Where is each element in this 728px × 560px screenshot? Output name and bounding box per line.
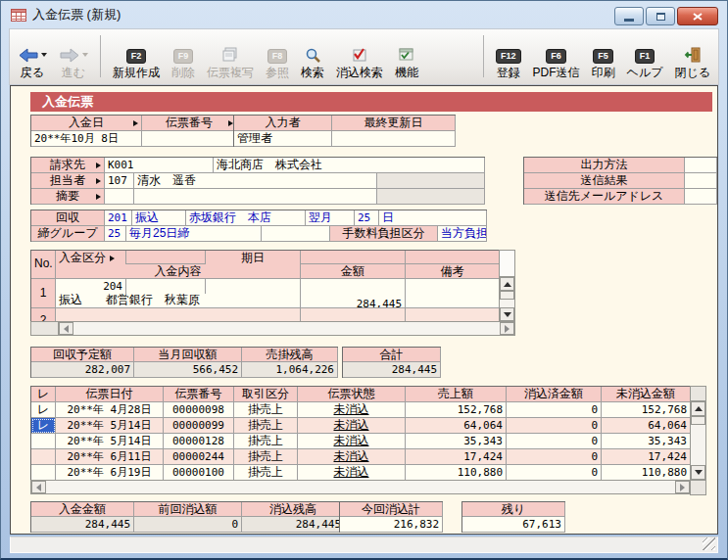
billing-code-field[interactable]: K001 — [105, 158, 214, 173]
arrow-up-icon — [695, 406, 703, 411]
closing-group-name-field[interactable]: 毎月25日締 — [126, 226, 262, 242]
close-door-icon — [684, 47, 702, 63]
apply-totals-table: 入金金額 前回消込額 消込残高 284,445 0 284,445 — [30, 501, 345, 533]
detail-vscrollbar[interactable] — [499, 250, 515, 322]
detail-row-amount[interactable]: 284,445 — [301, 279, 406, 308]
reference-button: F8 参照 — [260, 32, 295, 81]
check-cell[interactable]: レ — [31, 402, 56, 418]
applied-amount-header: 消込済金額 — [507, 387, 602, 402]
check-column-header: レ — [31, 387, 56, 402]
current-apply-table: 今回消込計 216,832 — [339, 501, 443, 533]
unapplied-amount-header: 未消込金額 — [602, 387, 691, 402]
unapplied-scroll-right-button[interactable] — [675, 481, 690, 493]
planned-amount-label: 回収予定額 — [31, 348, 134, 362]
detail-header-blank2 — [301, 251, 406, 264]
detail-row-note[interactable] — [406, 279, 500, 308]
detail-no-header: No. — [31, 251, 56, 279]
detail-row-content[interactable]: 振込 都営銀行 秋葉原 — [56, 294, 300, 307]
arrow-right-icon — [505, 325, 510, 333]
collection-bank-field[interactable]: 赤坂銀行 本店 — [186, 210, 306, 226]
detail-scroll-up-button[interactable] — [500, 277, 514, 291]
unapplied-scroll-up-button[interactable] — [691, 401, 705, 416]
slip-status-header: 伝票状態 — [298, 387, 406, 402]
check-cell[interactable] — [31, 449, 56, 465]
detail-header-blank3 — [406, 251, 500, 264]
check-cell[interactable] — [31, 434, 56, 449]
unapplied-row-5[interactable]: 20**年 6月19日 00000100 掛売上 未消込 110,880 0 1… — [31, 465, 691, 481]
detail-scroll-down-button[interactable] — [500, 307, 514, 321]
window-close-button[interactable]: 閉じる — [668, 32, 716, 81]
detail-category-header: 入金区分 — [56, 251, 126, 264]
detail-row-due[interactable] — [206, 279, 300, 294]
copy-slip-icon — [221, 47, 239, 63]
check-cell-selected[interactable]: レ — [31, 418, 56, 434]
slip-no-header: 伝票番号 — [164, 387, 234, 402]
entry-person-header: 入力者 — [234, 116, 332, 131]
deposit-date-field[interactable]: 20**年10月 8日 — [31, 131, 142, 147]
print-button[interactable]: F5 印刷 — [586, 32, 621, 81]
fee-burden-field[interactable]: 当方負担 — [438, 226, 487, 242]
detail-hscrollbar[interactable] — [30, 321, 515, 336]
remaining-label: 残り — [462, 502, 565, 517]
apply-balance-label: 消込残高 — [242, 502, 345, 517]
collection-code-field[interactable]: 201 — [105, 210, 132, 226]
unapplied-vscrollbar[interactable] — [690, 386, 706, 481]
close-icon — [693, 13, 703, 21]
detail-note-header: 備考 — [406, 264, 500, 279]
toolbar: 戻る 進む F2 新規作成 F9 削除 伝票複写 F8 参照 — [9, 28, 719, 85]
detail-row-1[interactable]: 1 204 振込 都営銀行 秋葉原 284,445 — [31, 279, 500, 308]
clear-search-button[interactable]: 消込検索 — [330, 32, 389, 81]
detail-vscroll-thumb[interactable] — [500, 291, 514, 300]
detail-scroll-left-button[interactable] — [59, 322, 73, 335]
billing-label: 請求先 — [31, 158, 105, 173]
detail-row-code[interactable]: 204 — [56, 279, 126, 294]
deposit-amount-label: 入金金額 — [31, 502, 134, 517]
maximize-button[interactable] — [646, 7, 675, 25]
closing-group-code-field[interactable]: 25 — [105, 226, 126, 242]
memo-field[interactable] — [134, 189, 377, 205]
unapplied-row-1[interactable]: レ 20**年 4月28日 00000098 掛売上 未消込 152,768 0… — [31, 402, 691, 418]
last-updated-header: 最終更新日 — [332, 116, 456, 131]
memo-code-field[interactable] — [105, 189, 134, 205]
maximize-icon — [656, 13, 665, 21]
detail-scroll-right-button[interactable] — [500, 322, 514, 335]
slip-number-field[interactable] — [142, 131, 237, 147]
help-button[interactable]: F1 ヘルプ — [621, 32, 669, 81]
arrow-down-icon — [504, 312, 511, 317]
pdf-send-button[interactable]: F6 PDF送信 — [527, 32, 586, 81]
expand-arrow-icon — [96, 163, 101, 168]
unapplied-vscroll-thumb[interactable] — [691, 416, 705, 425]
entry-person-value: 管理者 — [234, 131, 332, 147]
back-button[interactable]: 戻る — [12, 32, 53, 81]
new-button[interactable]: F2 新規作成 — [107, 32, 166, 81]
close-button[interactable] — [677, 7, 718, 25]
arrow-down-icon — [695, 470, 703, 475]
functions-button[interactable]: 機能 — [389, 32, 424, 81]
toolbar-separator-right — [483, 35, 484, 77]
unapplied-row-4[interactable]: 20**年 6月11日 00000244 掛売上 未消込 17,424 0 17… — [31, 449, 691, 465]
current-apply-value: 216,832 — [340, 517, 443, 533]
slip-number-header: 伝票番号 — [142, 116, 237, 131]
resize-grip-icon[interactable] — [703, 537, 715, 550]
arrow-left-icon — [36, 484, 41, 491]
collection-totals-table: 回収予定額 当月回収額 売掛残高 282,007 566,452 1,064,2… — [30, 347, 338, 378]
collection-day-field[interactable]: 25 — [355, 210, 379, 226]
staff-code-field[interactable]: 107 — [105, 173, 134, 189]
closing-group-label: 締グループ — [31, 226, 105, 242]
check-cell[interactable] — [31, 465, 56, 481]
register-button[interactable]: F12 登録 — [490, 32, 527, 81]
search-button[interactable]: 検索 — [295, 32, 330, 81]
back-arrow-icon — [18, 48, 39, 63]
minimize-button[interactable] — [614, 7, 644, 25]
unapplied-row-3[interactable]: 20**年 5月14日 00000128 掛売上 未消込 35,343 0 35… — [31, 434, 691, 449]
planned-amount-value: 282,007 — [31, 362, 134, 378]
unapplied-row-2[interactable]: レ 20**年 5月14日 00000099 掛売上 未消込 64,064 0 … — [31, 418, 691, 434]
unapplied-hscrollbar[interactable] — [30, 480, 691, 494]
collection-month-field[interactable]: 翌月 — [306, 210, 355, 226]
unapplied-scroll-down-button[interactable] — [691, 465, 705, 480]
collection-method-field[interactable]: 振込 — [132, 210, 186, 226]
search-icon — [305, 47, 321, 64]
back-dropdown-icon — [41, 53, 47, 57]
unapplied-scroll-left-button[interactable] — [31, 481, 46, 493]
form-area: 入金伝票 入金日 伝票番号 20**年10月 8日 入力者 最終更新日 管理者 — [10, 85, 718, 535]
